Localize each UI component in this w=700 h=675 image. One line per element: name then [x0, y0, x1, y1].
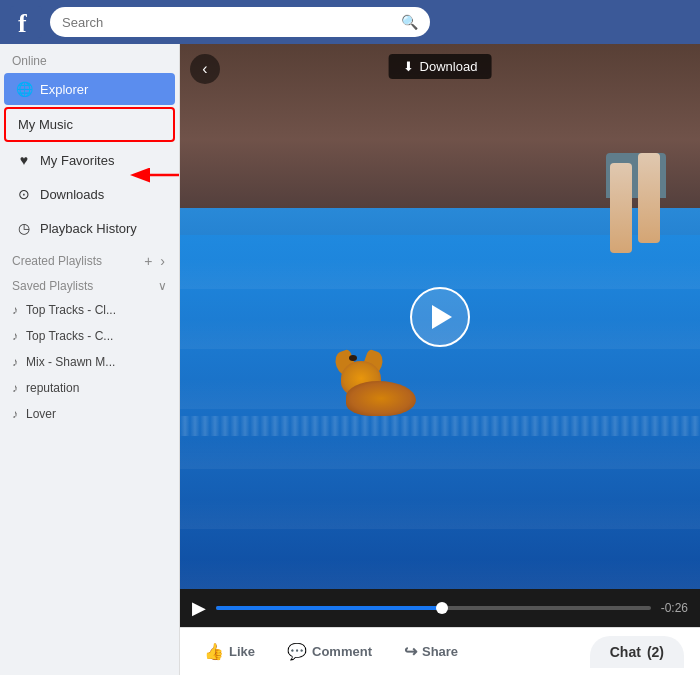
saved-playlists-header[interactable]: Saved Playlists ∨ [0, 273, 179, 297]
saved-playlists-label: Saved Playlists [12, 279, 93, 293]
progress-bar[interactable] [216, 606, 651, 610]
heart-icon: ♥ [16, 152, 32, 168]
add-playlist-button[interactable]: + [142, 253, 154, 269]
progress-fill [216, 606, 442, 610]
download-icon: ⬇ [403, 59, 414, 74]
globe-icon: 🌐 [16, 81, 32, 97]
list-item[interactable]: ♪ Mix - Shawn M... [0, 349, 179, 375]
svg-text:f: f [18, 9, 27, 38]
music-note-icon: ♪ [12, 303, 18, 317]
favorites-label: My Favorites [40, 153, 114, 168]
chat-label: Chat [610, 644, 641, 660]
video-container[interactable]: ‹ ⬇ Download [180, 44, 700, 589]
playlist-label: Mix - Shawn M... [26, 355, 115, 369]
sidebar: Online 🌐 Explorer My Music ♥ My Favorite… [0, 44, 180, 675]
facebook-logo: f [10, 6, 42, 38]
music-note-icon: ♪ [12, 329, 18, 343]
playlist-label: Top Tracks - C... [26, 329, 113, 343]
leg-right [638, 153, 660, 243]
music-note-icon: ♪ [12, 407, 18, 421]
dog-figure [336, 356, 436, 426]
expand-playlists-button[interactable]: › [158, 253, 167, 269]
water-ripples [180, 416, 700, 436]
person-figure [610, 153, 670, 273]
search-icon: 🔍 [401, 14, 418, 30]
like-button[interactable]: 👍 Like [196, 636, 263, 667]
like-icon: 👍 [204, 642, 224, 661]
list-item[interactable]: ♪ Top Tracks - Cl... [0, 297, 179, 323]
share-button[interactable]: ↪ Share [396, 636, 466, 667]
share-label: Share [422, 644, 458, 659]
play-control-button[interactable]: ▶ [192, 597, 206, 619]
playlist-label: Top Tracks - Cl... [26, 303, 116, 317]
play-overlay-button[interactable] [410, 287, 470, 347]
comment-button[interactable]: 💬 Comment [279, 636, 380, 667]
download-button[interactable]: ⬇ Download [389, 54, 492, 79]
action-bar: 👍 Like 💬 Comment ↪ Share Chat (2) [180, 627, 700, 675]
share-icon: ↪ [404, 642, 417, 661]
sidebar-item-favorites[interactable]: ♥ My Favorites [4, 144, 175, 176]
download-label: Download [420, 59, 478, 74]
sidebar-item-explorer[interactable]: 🌐 Explorer [4, 73, 175, 105]
online-label: Online [0, 44, 179, 72]
chat-count-badge: (2) [647, 644, 664, 660]
music-note-icon: ♪ [12, 355, 18, 369]
clock-icon: ◷ [16, 220, 32, 236]
sidebar-item-downloads[interactable]: ⊙ Downloads [4, 178, 175, 210]
facebook-topbar: f 🔍 [0, 0, 700, 44]
list-item[interactable]: ♪ reputation [0, 375, 179, 401]
comment-icon: 💬 [287, 642, 307, 661]
created-playlists-actions: + › [142, 253, 167, 269]
content-area: ‹ ⬇ Download ▶ -0:26 👍 [180, 44, 700, 675]
created-playlists-label: Created Playlists [12, 254, 102, 268]
dog-nose [349, 355, 357, 361]
time-display: -0:26 [661, 601, 688, 615]
search-input[interactable] [62, 15, 401, 30]
explorer-label: Explorer [40, 82, 88, 97]
back-button[interactable]: ‹ [190, 54, 220, 84]
music-note-icon: ♪ [12, 381, 18, 395]
sidebar-item-my-music[interactable]: My Music [4, 107, 175, 142]
like-label: Like [229, 644, 255, 659]
playlist-label: Lover [26, 407, 56, 421]
comment-label: Comment [312, 644, 372, 659]
main-container: Online 🌐 Explorer My Music ♥ My Favorite… [0, 44, 700, 675]
leg-left [610, 163, 632, 253]
play-triangle-icon [432, 305, 452, 329]
playlist-label: reputation [26, 381, 79, 395]
search-bar[interactable]: 🔍 [50, 7, 430, 37]
progress-thumb [436, 602, 448, 614]
list-item[interactable]: ♪ Lover [0, 401, 179, 427]
dog-body [346, 381, 416, 416]
downloads-label: Downloads [40, 187, 104, 202]
my-music-label: My Music [18, 117, 73, 132]
download-icon: ⊙ [16, 186, 32, 202]
sidebar-item-playback-history[interactable]: ◷ Playback History [4, 212, 175, 244]
list-item[interactable]: ♪ Top Tracks - C... [0, 323, 179, 349]
created-playlists-section: Created Playlists + › [0, 245, 179, 273]
video-controls: ▶ -0:26 [180, 589, 700, 627]
playback-history-label: Playback History [40, 221, 137, 236]
chevron-down-icon: ∨ [158, 279, 167, 293]
chat-button[interactable]: Chat (2) [590, 636, 684, 668]
